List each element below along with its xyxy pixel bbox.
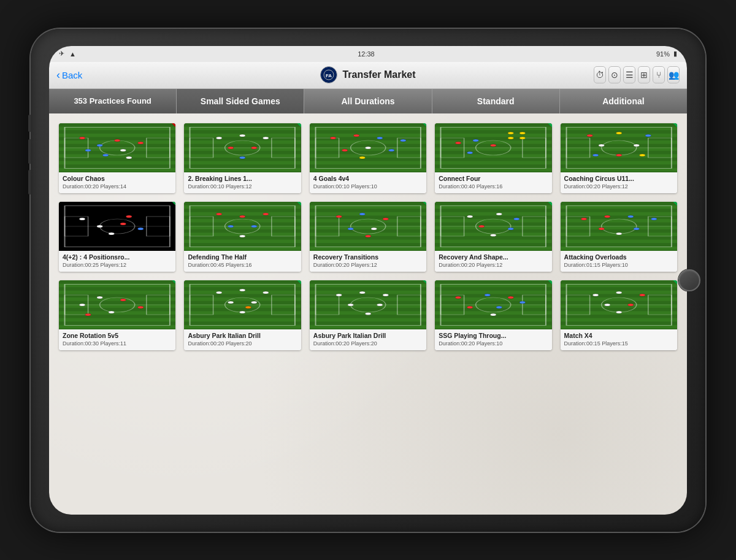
svg-point-88 <box>79 218 85 220</box>
practice-card-8[interactable]: FREE DOWNLOAD R <box>435 202 551 272</box>
pitch-svg <box>435 202 551 251</box>
svg-point-41 <box>353 134 359 137</box>
card-title: Recovery Transitions <box>313 253 423 261</box>
svg-point-75 <box>598 144 604 147</box>
svg-point-11 <box>97 144 103 147</box>
home-button[interactable] <box>678 269 700 291</box>
practice-card-10[interactable]: FREE DOWNLOAD Z <box>59 280 175 350</box>
practice-card-12[interactable]: FREE DOWNLOAD A <box>310 280 426 350</box>
practice-card-13[interactable]: FREE DOWNLOAD S <box>435 280 551 350</box>
card-title: Attacking Overloads <box>564 253 673 261</box>
svg-point-150 <box>616 232 622 235</box>
pitch-svg <box>59 202 175 251</box>
svg-point-146 <box>627 215 634 218</box>
status-time: 12:38 <box>358 50 375 58</box>
type-filter[interactable]: Standard <box>432 89 560 113</box>
card-title: Match X4 <box>564 332 673 339</box>
svg-point-147 <box>651 218 657 220</box>
pitch-svg <box>435 280 551 329</box>
svg-point-144 <box>581 218 587 220</box>
svg-point-16 <box>102 154 109 156</box>
practice-card-14[interactable]: FREE DOWNLOAD M <box>561 280 677 350</box>
svg-point-206 <box>467 306 473 309</box>
practice-card-11[interactable]: FREE DOWNLOAD A <box>184 280 301 350</box>
svg-point-192 <box>377 304 383 306</box>
practice-card-4[interactable]: FREE DOWNLOAD C <box>561 123 677 193</box>
practice-card-3[interactable]: FREE DOWNLOAD C <box>435 123 551 193</box>
card-thumbnail: FREE DOWNLOAD <box>435 202 551 251</box>
svg-point-42 <box>377 137 383 139</box>
svg-point-190 <box>383 294 389 296</box>
svg-point-162 <box>138 306 144 309</box>
volume-up-button[interactable] <box>28 139 31 164</box>
category-filter[interactable]: Small Sided Games <box>177 89 304 113</box>
svg-point-89 <box>97 225 103 228</box>
card-meta: Duration:00:20 Players:14 <box>63 183 172 190</box>
svg-point-130 <box>467 215 473 218</box>
pitch-svg <box>561 280 677 329</box>
svg-point-12 <box>114 139 120 142</box>
ipad-screen: ✈ ▲ 12:38 91% ▮ ‹ Back FA <box>49 46 687 515</box>
svg-point-46 <box>388 149 394 152</box>
svg-point-15 <box>138 142 144 144</box>
card-title: Connect Four <box>439 175 548 182</box>
duration-filter[interactable]: All Durations <box>304 89 432 113</box>
card-meta: Duration:00:20 Players:12 <box>564 183 673 190</box>
svg-point-17 <box>126 156 132 159</box>
practice-card-9[interactable]: FREE DOWNLOAD A <box>561 202 677 272</box>
practice-card-5[interactable]: FREE DOWNLOAD 4 <box>59 202 175 272</box>
svg-point-134 <box>508 228 514 230</box>
card-thumbnail: FREE DOWNLOAD <box>310 280 426 329</box>
card-thumbnail: FREE DOWNLOAD <box>59 202 175 251</box>
people-icon-btn[interactable]: 👥 <box>667 66 680 83</box>
mute-button[interactable] <box>28 115 31 132</box>
card-title: Defending The Half <box>188 253 297 261</box>
wifi-icon: ▲ <box>69 50 76 58</box>
card-title: Coaching Circus U11... <box>564 175 673 182</box>
practice-card-7[interactable]: FREE DOWNLOAD R <box>310 202 426 272</box>
svg-point-10 <box>79 137 85 139</box>
volume-down-button[interactable] <box>28 170 31 194</box>
target-icon-btn[interactable]: ⊙ <box>608 66 621 83</box>
status-left: ✈ ▲ <box>59 50 76 58</box>
card-meta: Duration:00:10 Players:10 <box>313 183 423 190</box>
svg-point-177 <box>251 301 258 304</box>
practice-card-0[interactable]: UPDATE Colour C <box>59 123 175 193</box>
card-title: 4 Goals 4v4 <box>313 175 423 182</box>
svg-point-72 <box>586 134 592 137</box>
svg-point-90 <box>120 223 126 225</box>
results-count-filter[interactable]: 353 Practices Found <box>49 89 177 113</box>
svg-point-159 <box>79 304 85 306</box>
card-info: 4 Goals 4v4 Duration:00:10 Players:10 <box>310 172 426 193</box>
svg-point-102 <box>217 213 223 215</box>
timer-icon-btn[interactable]: ⏱ <box>594 66 606 83</box>
svg-point-59 <box>519 137 526 139</box>
practice-card-6[interactable]: FREE DOWNLOAD D <box>184 202 301 272</box>
svg-point-205 <box>519 301 526 304</box>
fork-icon-btn[interactable]: ⑂ <box>653 66 665 83</box>
svg-point-131 <box>496 213 502 215</box>
svg-point-40 <box>330 137 336 139</box>
card-thumbnail: FREE DOWNLOAD <box>561 280 677 329</box>
back-button[interactable]: ‹ Back <box>56 69 142 82</box>
card-info: Recovery Transitions Duration:00:20 Play… <box>310 251 426 272</box>
svg-point-191 <box>348 304 354 306</box>
svg-text:FA: FA <box>326 73 332 79</box>
svg-point-160 <box>97 296 103 299</box>
svg-point-117 <box>359 213 366 215</box>
card-title: Colour Chaos <box>63 175 172 182</box>
additional-filter[interactable]: Additional <box>560 89 687 113</box>
card-title: 4(+2) : 4 Positionsro... <box>63 253 172 261</box>
card-info: Colour Chaos Duration:00:20 Players:14 <box>59 172 175 193</box>
practice-card-2[interactable]: FREE DOWNLOAD 4 <box>310 123 426 193</box>
card-meta: Duration:01:15 Players:10 <box>564 262 673 268</box>
svg-point-43 <box>400 139 406 142</box>
card-thumbnail: FREE DOWNLOAD <box>184 280 301 329</box>
svg-point-26 <box>217 137 223 139</box>
svg-point-56 <box>508 132 514 134</box>
svg-point-149 <box>634 228 640 230</box>
grid-icon-btn[interactable]: ⊞ <box>638 66 650 83</box>
practice-card-1[interactable]: FREE DOWNLOAD 2 <box>184 123 301 193</box>
list-icon-btn[interactable]: ☰ <box>623 66 635 83</box>
svg-point-103 <box>240 215 246 218</box>
